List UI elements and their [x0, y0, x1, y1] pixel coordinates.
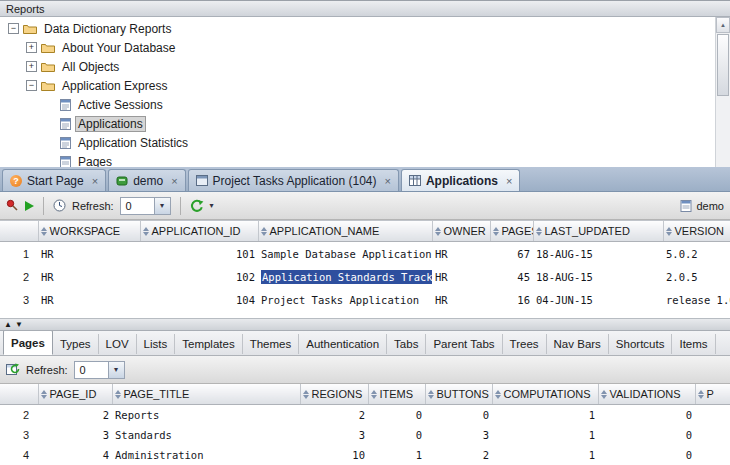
col-header-p[interactable]: P [695, 384, 730, 405]
col-header-pages[interactable]: PAGES [490, 221, 533, 242]
cell-buttons[interactable]: 2 [425, 445, 492, 465]
cell-buttons[interactable]: 3 [425, 425, 492, 445]
tree-item-application-express[interactable]: − Application Express [0, 76, 730, 95]
cell-computations[interactable]: 1 [492, 445, 598, 465]
detail-tab-tabs[interactable]: Tabs [387, 334, 426, 354]
cell-owner[interactable]: HR [432, 265, 490, 288]
detail-tab-templates[interactable]: Templates [175, 334, 242, 354]
tree-item-application-statistics[interactable]: Application Statistics [0, 133, 730, 152]
run-report-icon[interactable] [25, 201, 34, 211]
col-header-validations[interactable]: VALIDATIONS [598, 384, 695, 405]
cell-p[interactable] [695, 445, 730, 465]
col-header-items[interactable]: ITEMS [368, 384, 425, 405]
tab-project-tasks-application[interactable]: Project Tasks Application (104) × [188, 169, 399, 191]
sort-icon[interactable] [536, 227, 542, 236]
sort-icon[interactable] [435, 227, 441, 236]
detail-tab-items[interactable]: Items [672, 334, 715, 354]
tree-item-all-objects[interactable]: + All Objects [0, 57, 730, 76]
close-icon[interactable]: × [92, 175, 98, 187]
collapse-down-icon[interactable]: ▼ [15, 320, 23, 329]
cell-application-name-selected[interactable]: Application Standards Tracker [258, 265, 432, 288]
col-header-application-id[interactable]: APPLICATION_ID [140, 221, 258, 242]
col-header-regions[interactable]: REGIONS [300, 384, 368, 405]
collapse-icon[interactable]: − [8, 23, 19, 34]
detail-refresh-interval-select[interactable]: 0 ▾ [74, 361, 125, 379]
cell-items[interactable]: 0 [368, 405, 425, 426]
cell-page-id[interactable]: 3 [38, 425, 112, 445]
close-icon[interactable]: × [384, 175, 390, 187]
scroll-thumb[interactable] [717, 34, 729, 96]
cell-validations[interactable]: 0 [598, 445, 695, 465]
cell-computations[interactable]: 1 [492, 405, 598, 426]
col-header-owner[interactable]: OWNER [432, 221, 490, 242]
col-header-last-updated[interactable]: LAST_UPDATED [533, 221, 663, 242]
detail-tab-pages[interactable]: Pages [3, 331, 53, 355]
tree-item-applications[interactable]: Applications [0, 114, 730, 133]
cell-application-id[interactable]: 101 [140, 242, 258, 266]
detail-tab-themes[interactable]: Themes [243, 334, 300, 354]
cell-regions[interactable]: 10 [300, 445, 368, 465]
chevron-down-icon[interactable]: ▾ [108, 362, 124, 378]
detail-tab-trees[interactable]: Trees [503, 334, 547, 354]
tree-scrollbar[interactable]: ▲ [715, 17, 730, 167]
detail-tab-authentication[interactable]: Authentication [299, 334, 387, 354]
chevron-down-icon[interactable]: ▾ [154, 198, 170, 214]
cell-p[interactable] [695, 405, 730, 426]
cell-last-updated[interactable]: 18-AUG-15 [533, 265, 663, 288]
refresh-dropdown-icon[interactable]: ▾ [210, 201, 214, 210]
refresh-icon[interactable] [190, 199, 204, 213]
cell-computations[interactable]: 1 [492, 425, 598, 445]
sort-icon[interactable] [698, 390, 704, 399]
cell-application-id[interactable]: 102 [140, 265, 258, 288]
collapse-icon[interactable]: − [26, 80, 37, 91]
cell-buttons[interactable]: 0 [425, 405, 492, 426]
tab-applications[interactable]: Applications × [401, 169, 520, 191]
cell-version[interactable]: release 1.0 [663, 288, 730, 311]
refresh-interval-select[interactable]: 0 ▾ [120, 197, 171, 215]
cell-workspace[interactable]: HR [38, 265, 140, 288]
cell-items[interactable]: 1 [368, 445, 425, 465]
cell-version[interactable]: 2.0.5 [663, 265, 730, 288]
cell-owner[interactable]: HR [432, 242, 490, 266]
cell-validations[interactable]: 0 [598, 425, 695, 445]
row-number[interactable]: 2 [0, 265, 38, 288]
cell-page-title[interactable]: Administration [112, 445, 300, 465]
cell-p[interactable] [695, 425, 730, 445]
col-header-buttons[interactable]: BUTTONS [425, 384, 492, 405]
cell-application-id[interactable]: 104 [140, 288, 258, 311]
col-header-version[interactable]: VERSION [663, 221, 730, 242]
col-header-page-id[interactable]: PAGE_ID [38, 384, 112, 405]
col-header-workspace[interactable]: WORKSPACE [38, 221, 140, 242]
cell-validations[interactable]: 0 [598, 405, 695, 426]
col-header-application-name[interactable]: APPLICATION_NAME [258, 221, 432, 242]
tab-start-page[interactable]: ? Start Page × [2, 169, 106, 191]
close-icon[interactable]: × [506, 175, 512, 187]
expand-icon[interactable]: + [26, 42, 37, 53]
cell-last-updated[interactable]: 04-JUN-15 [533, 288, 663, 311]
scroll-up-icon[interactable]: ▲ [716, 17, 730, 33]
cell-application-name[interactable]: Project Tasks Application [258, 288, 432, 311]
sort-icon[interactable] [371, 390, 377, 399]
tree-item-pages[interactable]: Pages [0, 152, 730, 167]
cell-workspace[interactable]: HR [38, 288, 140, 311]
cell-pages[interactable]: 45 [490, 265, 533, 288]
cell-items[interactable]: 0 [368, 425, 425, 445]
cell-page-title[interactable]: Reports [112, 405, 300, 426]
detail-tab-types[interactable]: Types [53, 334, 99, 354]
sort-icon[interactable] [261, 227, 267, 236]
col-header-computations[interactable]: COMPUTATIONS [492, 384, 598, 405]
cell-page-title[interactable]: Standards [112, 425, 300, 445]
row-number[interactable]: 3 [0, 425, 38, 445]
pane-splitter[interactable]: ▲ ▼ [0, 318, 730, 331]
detail-tab-lists[interactable]: Lists [137, 334, 176, 354]
close-icon[interactable]: × [171, 175, 177, 187]
detail-tab-shortcuts[interactable]: Shortcuts [609, 334, 673, 354]
row-number[interactable]: 4 [0, 445, 38, 465]
cell-page-id[interactable]: 4 [38, 445, 112, 465]
detail-tab-nav-bars[interactable]: Nav Bars [547, 334, 609, 354]
pin-icon[interactable] [6, 199, 19, 212]
cell-pages[interactable]: 67 [490, 242, 533, 266]
row-number[interactable]: 1 [0, 242, 38, 266]
sort-icon[interactable] [115, 390, 121, 399]
connection-chooser[interactable]: demo [680, 200, 724, 212]
